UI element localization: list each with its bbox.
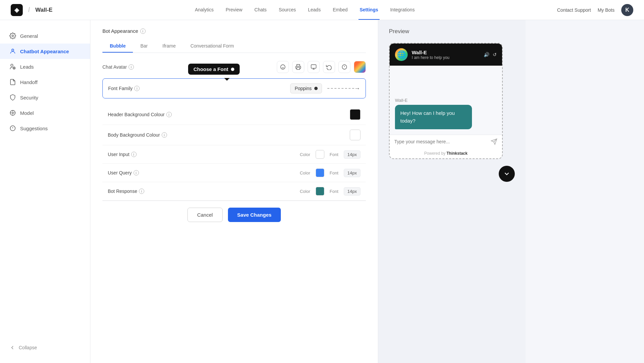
body-bg-row: Body Background Colour i (102, 125, 366, 145)
nav-chats[interactable]: Chats (253, 0, 268, 20)
section-info-icon[interactable]: i (140, 28, 146, 34)
chat-message-input[interactable] (394, 139, 488, 144)
preview-panel: Preview 🌐 Wall-E I am here to help you 🔊… (378, 20, 526, 363)
volume-icon[interactable]: 🔊 (484, 52, 489, 57)
nav-settings[interactable]: Settings (358, 0, 380, 20)
chat-header-actions: 🔊 ↺ (484, 52, 497, 57)
header-bg-info-icon[interactable]: i (166, 112, 172, 117)
chatbot-icon (9, 48, 16, 55)
nav-integrations[interactable]: Integrations (389, 0, 416, 20)
user-query-controls: Color Font 14px (300, 168, 360, 177)
user-input-font-badge[interactable]: 14px (344, 150, 360, 159)
cancel-button[interactable]: Cancel (187, 208, 223, 222)
save-button[interactable]: Save Changes (228, 208, 281, 222)
settings-panel: Bot Appearance i Bubble Bar Iframe Conve… (90, 20, 378, 363)
security-icon (9, 94, 16, 101)
nav-sources[interactable]: Sources (277, 0, 297, 20)
brand-name: Thinkstack (447, 151, 468, 156)
bot-response-label: Bot Response i (108, 189, 144, 194)
header-bg-row: Header Background Colour i (102, 104, 366, 125)
chat-input-row (390, 135, 502, 148)
tab-conversational-form[interactable]: Conversational Form (183, 40, 241, 53)
nav-leads[interactable]: Leads (307, 0, 322, 20)
sidebar-item-leads[interactable]: Leads (0, 59, 90, 74)
user-input-label: User Input i (108, 152, 137, 157)
nav-analytics[interactable]: Analytics (193, 0, 215, 20)
body-bg-swatch[interactable] (350, 130, 360, 140)
sidebar-item-security[interactable]: Security (0, 90, 90, 105)
print-icon (295, 64, 301, 70)
collapse-button[interactable]: Collapse (0, 340, 90, 355)
bot-response-row: Bot Response i Color Font 14px (102, 182, 366, 201)
preview-title: Preview (389, 28, 409, 35)
nav-embed[interactable]: Embed (331, 0, 349, 20)
sidebar-item-model[interactable]: Model (0, 105, 90, 121)
sidebar-item-suggestions[interactable]: Suggestions (0, 121, 90, 136)
bot-response-font-badge[interactable]: 14px (344, 187, 360, 196)
monitor-icon-btn[interactable] (308, 61, 320, 73)
scroll-down-button[interactable] (499, 166, 515, 182)
user-input-info-icon[interactable]: i (131, 152, 137, 157)
footer-actions: Cancel Save Changes (102, 201, 366, 231)
svg-rect-18 (311, 65, 316, 68)
bot-response-color-swatch[interactable] (316, 187, 324, 196)
reload-icon[interactable]: ↺ (493, 52, 497, 57)
my-bots-link[interactable]: My Bots (597, 7, 615, 13)
choose-font-tooltip: Choose a Font (188, 64, 240, 75)
bot-response-color-label: Color (300, 189, 310, 194)
emoji-icon-btn[interactable] (277, 61, 289, 73)
info2-icon-btn[interactable] (338, 61, 350, 73)
sidebar: General Chatbot Appearance Leads Handoff… (0, 20, 90, 363)
monitor-icon (311, 64, 317, 70)
font-family-info-icon[interactable]: i (134, 86, 140, 91)
content-inner: Bot Appearance i Bubble Bar Iframe Conve… (90, 20, 644, 363)
bot-response-info-icon[interactable]: i (139, 189, 144, 194)
bot-response-controls: Color Font 14px (300, 187, 360, 196)
user-avatar[interactable]: K (621, 4, 633, 16)
sidebar-item-chatbot-appearance[interactable]: Chatbot Appearance (0, 44, 90, 59)
chat-footer: Powered by Thinkstack (390, 148, 502, 158)
sidebar-chatbot-appearance-label: Chatbot Appearance (20, 49, 69, 54)
svg-point-14 (280, 65, 285, 69)
leads-icon (9, 63, 16, 70)
font-family-label: Font Family i (108, 86, 140, 91)
sidebar-general-label: General (20, 33, 38, 39)
contact-support-link[interactable]: Contact Support (557, 7, 591, 13)
refresh-icon-btn[interactable] (323, 61, 335, 73)
sidebar-model-label: Model (20, 110, 34, 116)
dashed-arrow: → (327, 85, 360, 92)
sidebar-item-handoff[interactable]: Handoff (0, 74, 90, 90)
avatar-info-icon[interactable]: i (129, 64, 134, 70)
chat-spacer (395, 71, 497, 98)
logo: ◈ / Wall-E (11, 4, 53, 16)
tab-bar[interactable]: Bar (133, 40, 155, 53)
tab-bubble[interactable]: Bubble (102, 40, 133, 53)
user-query-font-badge[interactable]: 14px (344, 169, 360, 177)
user-query-info-icon[interactable]: i (134, 170, 139, 175)
logo-icon: ◈ (11, 4, 23, 16)
nav-preview[interactable]: Preview (224, 0, 244, 20)
sidebar-handoff-label: Handoff (20, 79, 37, 85)
body-bg-info-icon[interactable]: i (162, 132, 167, 138)
header-bg-swatch[interactable] (350, 109, 360, 120)
user-query-color-swatch[interactable] (316, 168, 324, 177)
send-icon[interactable] (491, 138, 497, 145)
chevron-down-icon (503, 170, 510, 177)
tab-iframe[interactable]: Iframe (155, 40, 183, 53)
user-query-row: User Query i Color Font 14px (102, 164, 366, 182)
print-icon-btn[interactable] (292, 61, 304, 73)
app-header: ◈ / Wall-E Analytics Preview Chats Sourc… (0, 0, 644, 20)
font-family-select[interactable]: Poppins (290, 83, 322, 93)
font-family-right: Poppins → (290, 83, 360, 93)
user-query-color-label: Color (300, 170, 310, 175)
body-bg-label: Body Background Colour i (108, 132, 167, 138)
user-input-color-swatch[interactable] (316, 150, 324, 159)
user-input-color-label: Color (300, 152, 310, 157)
suggestions-icon (9, 125, 16, 132)
arrow-right-icon: → (354, 85, 360, 92)
avatar-img-btn[interactable] (354, 61, 366, 73)
chat-avatar-label: Chat Avatar i (102, 64, 134, 70)
user-input-controls: Color Font 14px (300, 150, 360, 159)
sidebar-item-general[interactable]: General (0, 28, 90, 44)
sidebar-leads-label: Leads (20, 64, 34, 70)
